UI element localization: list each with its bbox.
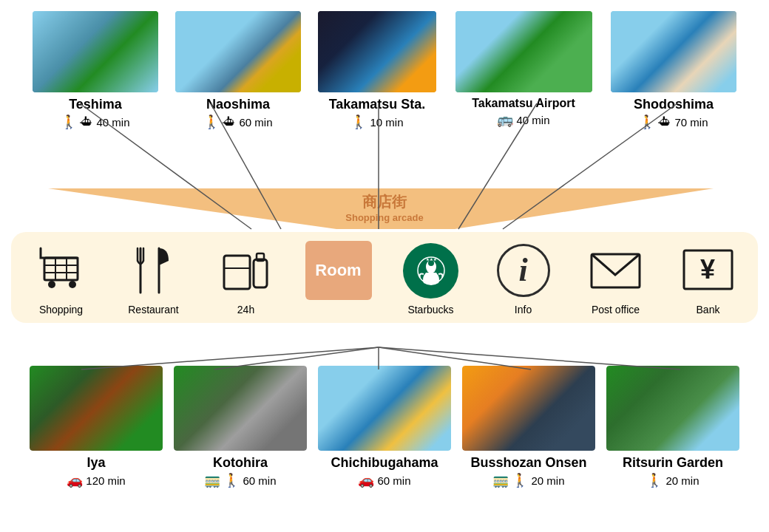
room-icon-area: Room [305, 241, 372, 300]
arcade-item-24h: 24h [206, 241, 287, 316]
svg-rect-22 [224, 256, 250, 289]
teshima-time: 🚶 ⛴ 40 min [61, 114, 129, 130]
photo-airport [455, 11, 592, 92]
destination-ritsurin: Ritsurin Garden 🚶 20 min [605, 366, 742, 488]
photo-kotohira [174, 366, 307, 451]
walk-icon: 🚶 [61, 114, 77, 130]
naoshima-time: 🚶 ⛴ 60 min [203, 114, 272, 130]
svg-text:¥: ¥ [700, 254, 715, 284]
arcade-item-shopping: Shopping [21, 241, 102, 316]
svg-text:★ ★ ★: ★ ★ ★ [425, 257, 437, 262]
ferry-icon: ⛴ [223, 115, 236, 130]
teshima-name: Teshima [69, 97, 122, 112]
destination-busshozan: Busshozan Onsen 🚃 🚶 20 min [461, 366, 597, 488]
info-icon-area: i [497, 241, 550, 300]
ferry-icon: ⛴ [80, 115, 93, 130]
arcade-item-starbucks: ★ ★ ★ Starbucks [390, 241, 472, 316]
post-icon-area [588, 241, 643, 300]
info-label: Info [515, 304, 532, 316]
train-icon: 🚃 [204, 472, 220, 488]
takamatsu-name: Takamatsu Sta. [329, 97, 426, 112]
ritsurin-name: Ritsurin Garden [623, 455, 723, 471]
svg-point-17 [69, 281, 76, 288]
bank-label: Bank [697, 304, 720, 316]
iya-name: Iya [87, 455, 105, 471]
airport-time: 🚌 40 min [497, 112, 549, 128]
iya-time: 🚗 120 min [67, 472, 125, 488]
destination-iya: Iya 🚗 120 min [28, 366, 165, 488]
busshozan-time: 🚃 🚶 20 min [492, 472, 564, 488]
takamatsu-time: 🚶 10 min [350, 114, 403, 130]
top-destinations: Teshima 🚶 ⛴ 40 min Naoshima 🚶 ⛴ 60 min [0, 11, 769, 130]
photo-takamatsu [318, 11, 436, 92]
middle-section: 商店街 Shopping arcade [0, 188, 769, 323]
walk-icon: 🚶 [646, 472, 663, 488]
walk-icon: 🚶 [639, 114, 655, 130]
24h-icon-area [220, 241, 272, 300]
destination-shodoshima: Shodoshima 🚶 ⛴ 70 min [609, 11, 739, 130]
arcade-box: Shopping Restaurant [11, 232, 758, 323]
kotohira-name: Kotohira [213, 455, 268, 471]
bottom-destinations: Iya 🚗 120 min Kotohira 🚃 🚶 60 min Chich [0, 366, 769, 488]
naoshima-name: Naoshima [206, 97, 270, 112]
24h-label: 24h [237, 304, 254, 316]
bank-icon: ¥ [680, 245, 736, 296]
destination-kotohira: Kotohira 🚃 🚶 60 min [172, 366, 309, 488]
starbucks-label: Starbucks [407, 304, 453, 316]
airport-name: Takamatsu Airport [472, 97, 575, 110]
convenience-icon [220, 245, 272, 296]
shodoshima-name: Shodoshima [634, 97, 714, 112]
main-wrapper: Teshima 🚶 ⛴ 40 min Naoshima 🚶 ⛴ 60 min [0, 0, 769, 532]
destination-chichibugahama: Chichibugahama 🚗 60 min [316, 366, 453, 488]
svg-rect-24 [254, 259, 267, 287]
cart-icon [37, 245, 85, 296]
photo-naoshima [175, 11, 301, 92]
bank-icon-area: ¥ [680, 241, 736, 300]
arcade-item-restaurant: Restaurant [113, 241, 194, 316]
arcade-label: 商店街 Shopping arcade [11, 192, 758, 223]
bus-icon: 🚌 [497, 112, 513, 128]
photo-shodoshima [611, 11, 736, 92]
arcade-item-post: Post office [575, 241, 657, 316]
walk-icon: 🚶 [203, 114, 220, 130]
photo-busshozan [462, 366, 595, 451]
arcade-item-bank: ¥ Bank [668, 241, 749, 316]
restaurant-icon-area [133, 241, 174, 300]
train-icon: 🚃 [492, 472, 509, 488]
arcade-english: Shopping arcade [11, 212, 758, 223]
starbucks-icon-area: ★ ★ ★ [403, 241, 458, 300]
photo-ritsurin [606, 366, 739, 451]
chichibugahama-time: 🚗 60 min [358, 472, 410, 488]
photo-iya [30, 366, 163, 451]
busshozan-name: Busshozan Onsen [470, 455, 586, 471]
walk-icon: 🚶 [512, 472, 528, 488]
info-circle: i [497, 244, 550, 297]
chichibugahama-name: Chichibugahama [331, 455, 438, 471]
ritsurin-time: 🚶 20 min [646, 472, 699, 488]
ferry-icon: ⛴ [658, 115, 671, 130]
car-icon: 🚗 [67, 472, 83, 488]
walk-icon: 🚶 [223, 472, 240, 488]
arcade-item-room: Room Room [298, 241, 379, 316]
starbucks-logo: ★ ★ ★ [403, 243, 458, 299]
car-icon: 🚗 [358, 472, 374, 488]
kotohira-time: 🚃 🚶 60 min [204, 472, 276, 488]
destination-teshima: Teshima 🚶 ⛴ 40 min [31, 11, 160, 130]
destination-naoshima: Naoshima 🚶 ⛴ 60 min [174, 11, 303, 130]
arcade-item-info: i Info [483, 241, 564, 316]
fork-knife-icon [133, 245, 174, 296]
arcade-japanese: 商店街 [11, 192, 758, 212]
post-icon [588, 247, 643, 295]
walk-icon: 🚶 [350, 114, 367, 130]
shopping-icon-area [37, 241, 85, 300]
shodoshima-time: 🚶 ⛴ 70 min [639, 114, 708, 130]
destination-takamatsu: Takamatsu Sta. 🚶 10 min [316, 11, 438, 130]
restaurant-label: Restaurant [128, 304, 178, 316]
starbucks-icon: ★ ★ ★ [413, 252, 450, 289]
shopping-label: Shopping [39, 304, 83, 316]
photo-chichibugahama [318, 366, 451, 451]
svg-rect-11 [44, 258, 78, 280]
room-box: Room [305, 241, 372, 300]
svg-point-16 [48, 281, 55, 288]
photo-teshima [33, 11, 158, 92]
